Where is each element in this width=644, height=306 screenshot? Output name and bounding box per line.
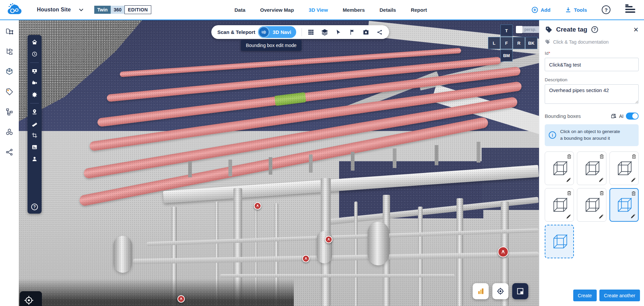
doc-tag-icon <box>545 39 550 45</box>
create-another-button[interactable]: Create another <box>599 290 640 301</box>
avatar-person-icon[interactable] <box>31 156 38 162</box>
help-button[interactable]: ? <box>602 5 610 14</box>
bbox-card[interactable] <box>545 188 574 222</box>
panorama-marker[interactable] <box>177 295 185 303</box>
measure-ruler-icon[interactable] <box>31 120 38 127</box>
history-clock-icon[interactable] <box>31 51 38 57</box>
nav-item-overview-map[interactable]: Overview Map <box>260 7 294 13</box>
3d-navi-mode-toggle[interactable]: 3D Navi <box>258 26 296 38</box>
cube-wireframe-icon <box>550 159 569 178</box>
3d-viewport[interactable]: ? Scan & Teleport 3D Navi <box>19 20 539 306</box>
click-tag-doc-link[interactable]: Click & Tag documentation <box>545 39 639 45</box>
locate-target-button[interactable] <box>492 283 508 299</box>
trash-icon[interactable] <box>567 190 572 196</box>
sidebar-item-project-icon[interactable] <box>5 27 14 36</box>
id-input[interactable] <box>545 58 639 71</box>
grid-icon[interactable] <box>307 28 315 36</box>
create-button[interactable]: Create <box>573 290 597 301</box>
bounding-box-cards <box>545 151 639 258</box>
add-button[interactable]: Add <box>532 7 550 13</box>
ai-toggle[interactable] <box>626 113 639 120</box>
scan-teleport-mode-button[interactable]: Scan & Teleport <box>217 29 255 35</box>
sidebar-item-assets-icon[interactable] <box>5 128 14 136</box>
ai-toggle-knob <box>632 113 638 119</box>
view-cube-bottom[interactable]: BM <box>500 49 513 61</box>
scene-joist <box>228 160 232 176</box>
view-cube-front[interactable]: F <box>500 37 513 49</box>
bbox-card[interactable] <box>577 188 606 222</box>
pencil-icon[interactable] <box>631 177 636 183</box>
sidebar-item-workflow-icon[interactable] <box>5 107 14 116</box>
trash-icon[interactable] <box>631 154 637 160</box>
image-export-icon[interactable] <box>31 144 38 150</box>
nav-item-3d-view[interactable]: 3D View <box>309 7 328 13</box>
crop-icon[interactable] <box>31 132 38 139</box>
tools-button[interactable]: Tools <box>565 7 587 13</box>
bbox-card[interactable] <box>577 151 606 185</box>
hamburger-menu-button[interactable] <box>625 6 635 13</box>
trash-icon[interactable] <box>567 154 572 160</box>
panorama-marker[interactable] <box>498 247 508 257</box>
flag-icon[interactable] <box>348 28 356 36</box>
home-icon[interactable] <box>31 39 38 46</box>
site-chevron-down-icon[interactable] <box>79 8 84 11</box>
navbar-right: Add Tools ? <box>532 0 635 19</box>
sidebar-item-share-icon[interactable] <box>5 148 14 157</box>
view-cube-back[interactable]: BK <box>525 37 537 49</box>
pencil-icon[interactable] <box>598 177 604 183</box>
sidebar-item-3d-model-icon[interactable] <box>5 67 14 76</box>
camera-icon[interactable] <box>362 28 370 36</box>
view-cube-top[interactable]: T <box>500 25 513 37</box>
share-icon[interactable] <box>376 28 384 36</box>
trash-icon[interactable] <box>631 190 636 196</box>
panel-help-icon[interactable]: ? <box>591 26 598 33</box>
nav-item-details[interactable]: Details <box>379 7 396 13</box>
bbox-card[interactable] <box>609 151 639 185</box>
panel-title: Create tag <box>556 26 587 33</box>
scene-pipe-run <box>220 274 455 277</box>
fullscreen-button[interactable] <box>512 283 528 299</box>
cube-wireframe-icon <box>614 159 634 178</box>
palette-divider <box>30 62 39 63</box>
required-asterisk: * <box>548 51 550 56</box>
left-sidebar <box>0 20 19 306</box>
nav-item-data[interactable]: Data <box>234 7 246 13</box>
scan-camera-icon[interactable] <box>31 80 38 86</box>
pencil-icon[interactable] <box>598 214 604 219</box>
trash-icon[interactable] <box>599 190 604 196</box>
scan-viewer-icon[interactable] <box>31 68 38 75</box>
panorama-marker[interactable] <box>254 202 261 210</box>
scene-joist <box>435 145 438 165</box>
nav-item-report[interactable]: Report <box>411 7 427 13</box>
panorama-marker[interactable] <box>302 255 310 262</box>
projection-toggle[interactable]: persp. <box>516 26 539 33</box>
badge-twin: Twin <box>94 6 111 14</box>
pencil-icon[interactable] <box>566 214 571 219</box>
bbox-card[interactable] <box>545 151 574 185</box>
description-textarea[interactable]: Overhead pipes section 42 <box>545 84 639 104</box>
bbox-card-add-placeholder[interactable] <box>545 225 574 258</box>
teleport-pin-icon[interactable] <box>31 108 38 115</box>
recenter-compass-button[interactable] <box>20 291 42 306</box>
bbox-card-selected[interactable] <box>609 188 639 222</box>
pencil-icon[interactable] <box>566 177 571 183</box>
panorama-marker[interactable] <box>325 236 332 243</box>
site-name: Houston Site <box>37 7 71 13</box>
trash-icon[interactable] <box>599 154 604 160</box>
ai-label: AI <box>619 114 624 119</box>
viewer-corner-buttons <box>473 283 528 299</box>
view-cube-left[interactable]: L <box>488 37 500 49</box>
sidebar-item-tags-icon[interactable] <box>5 87 14 96</box>
palette-help-icon[interactable]: ? <box>31 204 38 210</box>
panel-close-icon[interactable]: ✕ <box>633 27 639 33</box>
cloud-logo-icon[interactable] <box>7 3 22 16</box>
pencil-icon[interactable] <box>630 214 636 219</box>
layers-icon[interactable] <box>321 28 329 36</box>
sidebar-item-hierarchy-icon[interactable] <box>5 47 14 56</box>
settings-gear-icon[interactable] <box>31 91 38 98</box>
view-cube-right[interactable]: R <box>513 37 525 49</box>
select-cursor-icon[interactable] <box>334 28 342 36</box>
nav-item-members[interactable]: Members <box>343 7 365 13</box>
projection-label: persp. <box>522 26 539 33</box>
minimap-button[interactable] <box>473 283 489 299</box>
